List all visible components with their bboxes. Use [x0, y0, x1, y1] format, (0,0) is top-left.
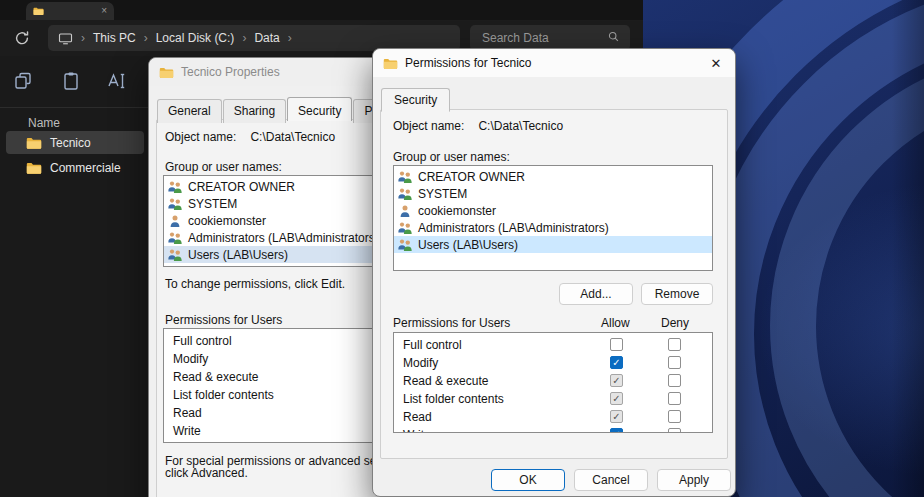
- tab-label: General: [168, 104, 211, 118]
- permission-row: Read & execute: [394, 372, 712, 390]
- breadcrumb-item[interactable]: Local Disk (C:): [156, 31, 247, 45]
- folder-icon: [159, 66, 174, 79]
- apply-button[interactable]: Apply: [657, 469, 731, 491]
- close-icon[interactable]: ✕: [701, 52, 731, 75]
- user-group-icon: [397, 221, 413, 235]
- tab-label: Security: [298, 104, 341, 118]
- permission-name: List folder contents: [403, 392, 504, 406]
- permission-row: Full control: [394, 336, 712, 354]
- breadcrumb-item[interactable]: Data: [254, 31, 291, 45]
- deny-column-header: Deny: [661, 316, 689, 330]
- permission-name: Write: [403, 428, 431, 433]
- object-name-value: C:\Data\Tecnico: [250, 130, 335, 144]
- folder-icon: [383, 57, 398, 70]
- group-row[interactable]: Administrators (LAB\Administrators): [394, 219, 712, 236]
- file-row[interactable]: Tecnico: [6, 131, 144, 154]
- edit-hint-text: To change permissions, click Edit.: [165, 277, 345, 291]
- group-row[interactable]: CREATOR OWNER: [394, 168, 712, 185]
- tab-close-icon[interactable]: ×: [101, 6, 107, 16]
- object-name-row: Object name: C:\Data\Tecnico: [393, 119, 563, 133]
- tab-label: Sharing: [234, 104, 275, 118]
- user-group-icon: [397, 170, 413, 184]
- folder-icon: [26, 161, 42, 175]
- file-name: Tecnico: [50, 136, 91, 150]
- allow-checkbox[interactable]: [610, 356, 623, 369]
- group-row[interactable]: Users (LAB\Users): [394, 236, 712, 253]
- file-name: Commerciale: [50, 161, 121, 175]
- group-row[interactable]: SYSTEM: [394, 185, 712, 202]
- group-name: Users (LAB\Users): [418, 238, 518, 252]
- permissions-dialog-title-bar[interactable]: Permissions for Tecnico ✕: [373, 49, 735, 77]
- group-name: Users (LAB\Users): [188, 248, 288, 262]
- object-name-label: Object name:: [165, 130, 236, 144]
- permission-name: Modify: [403, 356, 438, 370]
- refresh-icon[interactable]: [13, 29, 31, 47]
- breadcrumb-separator: ›: [81, 31, 85, 45]
- user-group-icon: [397, 204, 413, 218]
- allow-checkbox[interactable]: [610, 428, 623, 433]
- dialog-title: Permissions for Tecnico: [405, 56, 532, 70]
- properties-tab[interactable]: Sharing: [223, 99, 286, 123]
- user-group-icon: [167, 197, 183, 211]
- cancel-button[interactable]: Cancel: [574, 469, 648, 491]
- object-name-label: Object name:: [393, 119, 464, 133]
- advanced-hint-line2: click Advanced.: [165, 466, 248, 480]
- search-icon: [607, 29, 620, 47]
- permission-name: Read: [403, 410, 432, 424]
- permission-row: Modify: [394, 354, 712, 372]
- remove-button[interactable]: Remove: [641, 283, 713, 305]
- permissions-list-label: Permissions for Users: [165, 313, 282, 327]
- user-group-icon: [167, 248, 183, 262]
- deny-checkbox[interactable]: [668, 338, 681, 351]
- deny-checkbox[interactable]: [668, 428, 681, 433]
- permission-name: Read & execute: [403, 374, 488, 388]
- group-name: SYSTEM: [418, 187, 467, 201]
- group-name: CREATOR OWNER: [418, 170, 525, 184]
- object-name-row: Object name: C:\Data\Tecnico: [165, 130, 335, 144]
- dialog-title: Tecnico Properties: [181, 65, 280, 79]
- properties-tab[interactable]: Security: [287, 97, 352, 121]
- ok-button[interactable]: OK: [491, 469, 565, 491]
- column-header-name[interactable]: Name: [28, 116, 60, 130]
- properties-tab[interactable]: General: [157, 99, 222, 123]
- allow-checkbox[interactable]: [610, 338, 623, 351]
- tab-security[interactable]: Security: [381, 88, 450, 112]
- deny-checkbox[interactable]: [668, 356, 681, 369]
- permissions-dialog: Permissions for Tecnico ✕ Security Objec…: [372, 48, 736, 497]
- folder-icon: [26, 136, 42, 150]
- deny-checkbox[interactable]: [668, 410, 681, 423]
- group-row[interactable]: cookiemonster: [394, 202, 712, 219]
- allow-checkbox[interactable]: [610, 410, 623, 423]
- group-name: cookiemonster: [418, 204, 496, 218]
- allow-checkbox[interactable]: [610, 392, 623, 405]
- breadcrumb-item[interactable]: This PC: [93, 31, 148, 45]
- deny-checkbox[interactable]: [668, 374, 681, 387]
- copy-icon[interactable]: [12, 70, 34, 92]
- group-list-label: Group or user names:: [165, 160, 282, 174]
- folder-icon: [33, 6, 44, 16]
- this-pc-icon: [58, 31, 73, 46]
- permission-row: Read: [394, 408, 712, 426]
- rename-icon[interactable]: [106, 70, 128, 92]
- add-button[interactable]: Add...: [559, 283, 633, 305]
- paste-icon[interactable]: [60, 70, 82, 92]
- allow-column-header: Allow: [601, 316, 630, 330]
- permission-row: Write: [394, 426, 712, 433]
- search-input[interactable]: [480, 30, 607, 46]
- explorer-tab-strip: ×: [0, 0, 643, 20]
- file-list: Tecnico Commerciale: [6, 131, 144, 181]
- allow-checkbox[interactable]: [610, 374, 623, 387]
- group-name: SYSTEM: [188, 197, 237, 211]
- group-list: CREATOR OWNER SYSTEM cookiemonster: [393, 165, 713, 271]
- desktop: × › This PC Local Disk (C:) Data: [0, 0, 924, 497]
- explorer-tab[interactable]: ×: [26, 2, 114, 20]
- user-group-icon: [397, 187, 413, 201]
- permissions-list: Full control Modify Read & execute: [393, 332, 713, 433]
- user-group-icon: [167, 180, 183, 194]
- permissions-list-label: Permissions for Users: [393, 316, 510, 330]
- deny-checkbox[interactable]: [668, 392, 681, 405]
- user-group-icon: [167, 231, 183, 245]
- group-name: Administrators (LAB\Administrators): [188, 231, 379, 245]
- file-row[interactable]: Commerciale: [6, 156, 144, 179]
- object-name-value: C:\Data\Tecnico: [478, 119, 563, 133]
